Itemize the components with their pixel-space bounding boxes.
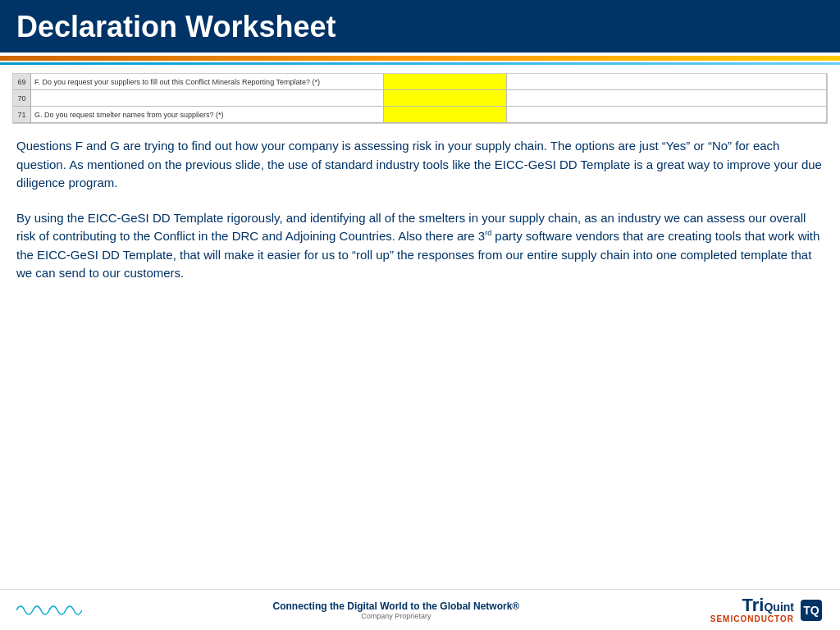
question-g-cell: G. Do you request smelter names from you… [31,107,384,122]
worksheet-rows: F. Do you request your suppliers to fill… [31,74,827,123]
table-row: F. Do you request your suppliers to fill… [31,74,827,90]
row-numbers: 69 70 71 [13,74,31,123]
extra-f-cell [507,74,827,89]
row-num-71: 71 [13,107,30,123]
logo-tri: Tri [742,596,765,614]
extra-g-cell [507,107,827,122]
wave-icon [16,598,82,623]
logo-text: TriQuint SEMICONDUCTOR [710,596,794,623]
page-title: Declaration Worksheet [16,10,824,44]
header-orange-stripe [0,56,840,61]
logo-icon: TQ [799,598,824,623]
answer-empty-cell[interactable] [384,90,507,106]
svg-text:TQ: TQ [803,604,819,617]
answer-g-cell[interactable] [384,107,507,122]
paragraph-2: By using the EICC-GeSI DD Template rigor… [16,209,824,283]
footer-tagline: Connecting the Digital World to the Glob… [82,600,710,612]
footer-logo: TriQuint SEMICONDUCTOR TQ [710,596,824,623]
header-blue-stripe [0,62,840,65]
extra-empty-cell [507,90,827,106]
footer: Connecting the Digital World to the Glob… [0,589,840,630]
row-num-70: 70 [13,90,30,107]
table-row: G. Do you request smelter names from you… [31,107,827,123]
paragraph-1-text: Questions F and G are trying to find out… [16,139,822,189]
table-row [31,90,827,107]
superscript-rd: rd [485,229,491,237]
header: Declaration Worksheet [0,0,840,52]
answer-f-cell[interactable] [384,74,507,89]
logo-quint: Quint [764,601,794,613]
worksheet-table: 69 70 71 F. Do you request your supplier… [12,73,828,124]
footer-center: Connecting the Digital World to the Glob… [82,600,710,620]
main-content: Questions F and G are trying to find out… [0,124,840,283]
question-f-cell: F. Do you request your suppliers to fill… [31,74,384,89]
footer-wave [16,598,82,623]
paragraph-1: Questions F and G are trying to find out… [16,137,824,193]
row-num-69: 69 [13,74,30,90]
logo-semi: SEMICONDUCTOR [710,614,794,623]
footer-sub: Company Proprietary [82,612,710,620]
question-empty-cell [31,90,384,106]
